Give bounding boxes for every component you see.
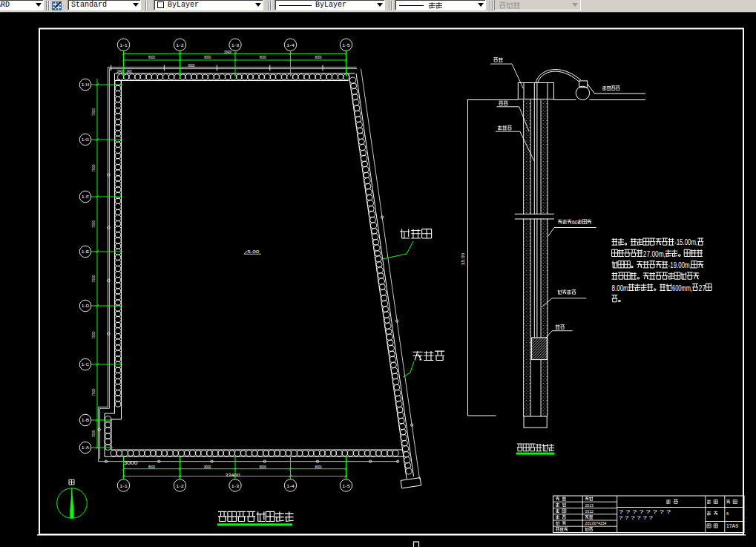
svg-text:1-3: 1-3	[231, 43, 240, 48]
svg-text:7500: 7500	[91, 108, 96, 116]
svg-text:7500: 7500	[91, 388, 96, 396]
svg-text:8000: 8000	[148, 55, 155, 59]
svg-text:? ? ? ? ? ?: ? ? ? ? ? ?	[619, 515, 653, 520]
svg-text:8000: 8000	[260, 55, 266, 59]
svg-text:9000: 9000	[188, 64, 195, 68]
svg-text:7500: 7500	[91, 164, 96, 171]
svg-text:1-4: 1-4	[286, 43, 295, 48]
svg-text:-19.00m,: -19.00m,	[668, 261, 691, 269]
svg-text:1-3: 1-3	[231, 484, 240, 488]
svg-text:33400: 33400	[226, 473, 241, 477]
svg-text:8000: 8000	[315, 465, 322, 469]
svg-text:1-1: 1-1	[119, 43, 128, 48]
svg-text:1-H: 1-H	[82, 82, 90, 87]
svg-text:8.00m: 8.00m	[612, 284, 628, 292]
svg-text:8000: 8000	[204, 55, 211, 59]
svg-text:8000: 8000	[315, 55, 322, 59]
svg-text:1-5: 1-5	[342, 43, 350, 48]
svg-text:8000: 8000	[260, 465, 266, 469]
svg-text:1-C: 1-C	[82, 362, 90, 367]
svg-text:17A9: 17A9	[726, 523, 738, 528]
svg-text:27.00m,: 27.00m,	[643, 249, 665, 258]
svg-text:8000: 8000	[204, 465, 211, 469]
svg-text:600mm,: 600mm,	[672, 284, 692, 292]
svg-text:8000: 8000	[148, 465, 155, 469]
svg-text:1-4: 1-4	[286, 484, 295, 488]
svg-text:1-B: 1-B	[82, 418, 90, 422]
svg-text:1-2: 1-2	[176, 43, 184, 48]
svg-text:2013: 2013	[585, 502, 594, 508]
svg-text:3000: 3000	[124, 460, 138, 465]
svg-text:1-F: 1-F	[82, 194, 90, 199]
svg-text:? ? ? ? ? ? ? ?: ? ? ? ? ? ? ? ?	[619, 509, 671, 514]
svg-text:1-2: 1-2	[176, 484, 184, 488]
svg-text:1-5: 1-5	[342, 484, 350, 488]
svg-text:27: 27	[699, 284, 706, 292]
svg-text:7500: 7500	[91, 275, 96, 282]
svg-text:1-E: 1-E	[82, 249, 90, 254]
svg-text:7500: 7500	[91, 331, 96, 338]
svg-text:6: 6	[726, 511, 729, 516]
svg-text:1-A: 1-A	[82, 445, 90, 450]
svg-text:33400: 33400	[224, 50, 231, 54]
svg-text:1-D: 1-D	[82, 304, 90, 308]
svg-text:7500: 7500	[91, 220, 96, 228]
svg-text:2400: 2400	[127, 70, 132, 73]
svg-text:60: 60	[572, 220, 578, 226]
svg-text:7500: 7500	[91, 430, 96, 437]
svg-text:15.00: 15.00	[461, 252, 465, 265]
svg-text:1-G: 1-G	[82, 137, 90, 142]
svg-text:-5.00: -5.00	[246, 249, 260, 254]
svg-text:1-1: 1-1	[119, 484, 128, 488]
svg-text:2013374154: 2013374154	[585, 520, 608, 525]
svg-text:-15.00m,: -15.00m,	[674, 238, 697, 246]
svg-text:0312: 0312	[585, 508, 594, 514]
